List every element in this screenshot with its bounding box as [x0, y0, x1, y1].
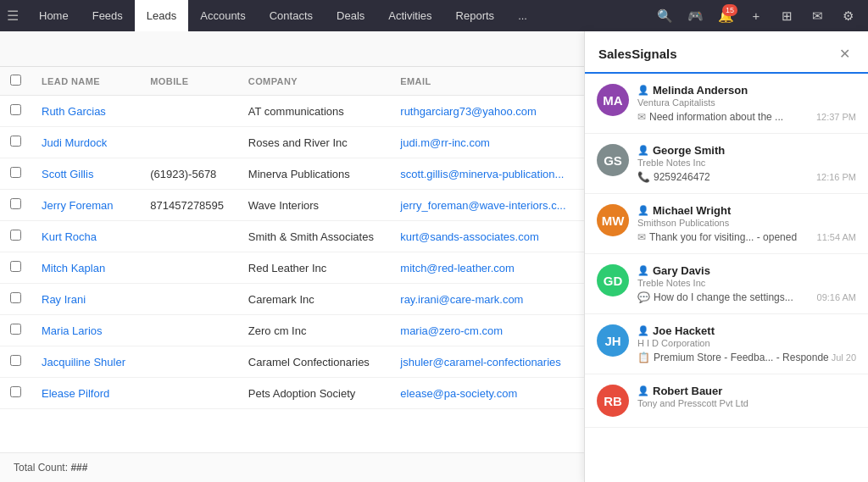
- mail-icon[interactable]: ✉: [804, 3, 831, 30]
- signal-message-icon: ✉: [637, 111, 646, 123]
- lead-mobile-cell: [140, 378, 238, 409]
- row-checkbox-1[interactable]: [10, 136, 21, 147]
- signal-avatar: GS: [597, 144, 629, 176]
- signal-name-row: 👤George Smith: [637, 144, 856, 157]
- signal-message-row: 📋 Premium Store - Feedba... - RespondedJ…: [637, 352, 856, 363]
- signal-time: 09:16 AM: [817, 292, 856, 302]
- signal-item-jh[interactable]: JH👤Joe HackettH I D Corporation📋 Premium…: [585, 314, 868, 374]
- table-row: Jerry Foreman871457278595Wave Interiorsj…: [0, 190, 584, 221]
- nav-item-accounts[interactable]: Accounts: [188, 0, 257, 31]
- lead-email-link[interactable]: kurt@sands-associates.com: [400, 230, 538, 243]
- signal-message-icon: 💬: [637, 291, 650, 303]
- lead-mobile-cell: [140, 127, 238, 158]
- nav-items: HomeFeedsLeadsAccountsContactsDealsActiv…: [27, 0, 539, 31]
- signal-message-text: 9259246472: [654, 171, 710, 183]
- signal-person-icon: 👤: [637, 265, 649, 276]
- signal-message-text: Need information about the ...: [649, 111, 783, 123]
- table-row: Scott Gillis(61923)-5678Minerva Publicat…: [0, 158, 584, 190]
- nav-item-reports[interactable]: Reports: [444, 0, 507, 31]
- select-all-checkbox[interactable]: [10, 75, 21, 86]
- row-checkbox-8[interactable]: [10, 355, 21, 366]
- plus-icon[interactable]: +: [743, 3, 770, 30]
- signal-item-gs[interactable]: GS👤George SmithTreble Notes Inc📞 9259246…: [585, 134, 868, 194]
- search-icon[interactable]: 🔍: [651, 3, 678, 30]
- row-checkbox-cell: [0, 284, 31, 315]
- lead-email-link[interactable]: ray.irani@care-mark.com: [400, 293, 523, 306]
- lead-email-cell: judi.m@rr-inc.com: [390, 127, 584, 158]
- lead-name-link[interactable]: Mitch Kaplan: [42, 262, 105, 274]
- table-toolbar: [0, 31, 584, 67]
- row-checkbox-7[interactable]: [10, 324, 21, 335]
- lead-name-link[interactable]: Ruth Garcias: [42, 105, 106, 118]
- lead-email-link[interactable]: judi.m@rr-inc.com: [400, 136, 490, 149]
- signal-item-mw[interactable]: MW👤Michael WrightSmithson Publications✉ …: [585, 194, 868, 254]
- lead-email-cell: ray.irani@care-mark.com: [390, 284, 584, 315]
- nav-right-icons: 🔍 🎮 🔔 15 + ⊞ ✉ ⚙: [651, 3, 861, 30]
- settings-icon[interactable]: ⚙: [834, 3, 861, 30]
- signal-message-row: ✉ Need information about the ...12:37 PM: [637, 111, 856, 123]
- signals-close-button[interactable]: ✕: [834, 43, 854, 64]
- header-email: EMAIL: [390, 67, 584, 96]
- lead-email-link[interactable]: jshuler@caramel-confectionaries: [400, 356, 561, 368]
- signal-company: Tony and Presscott Pvt Ltd: [637, 398, 856, 408]
- lead-email-link[interactable]: maria@zero-cm.com: [400, 324, 503, 337]
- grid-icon[interactable]: ⊞: [773, 3, 800, 30]
- signal-item-ma[interactable]: MA👤Melinda AndersonVentura Capitalists✉ …: [585, 74, 868, 134]
- row-checkbox-3[interactable]: [10, 198, 21, 209]
- row-checkbox-cell: [0, 378, 31, 409]
- bell-icon[interactable]: 🔔 15: [712, 3, 739, 30]
- nav-item-home[interactable]: Home: [27, 0, 81, 31]
- menu-icon[interactable]: ☰: [7, 8, 19, 24]
- lead-name-cell: Elease Pilford: [31, 378, 140, 409]
- lead-name-cell: Judi Murdock: [31, 127, 140, 158]
- lead-name-link[interactable]: Jerry Foreman: [42, 199, 114, 212]
- signal-time: 12:16 PM: [816, 172, 856, 182]
- nav-item-more[interactable]: ...: [506, 0, 539, 31]
- row-checkbox-6[interactable]: [10, 292, 21, 303]
- main-container: LEAD NAME MOBILE COMPANY EMAIL Ruth Garc…: [0, 31, 868, 482]
- lead-email-link[interactable]: jerry_foreman@wave-interiors.c...: [400, 199, 565, 212]
- signal-name: Joe Hackett: [653, 324, 715, 337]
- signal-company: Treble Notes Inc: [637, 158, 856, 168]
- row-checkbox-9[interactable]: [10, 386, 21, 397]
- lead-name-link[interactable]: Scott Gillis: [42, 168, 93, 180]
- leads-table-area: LEAD NAME MOBILE COMPANY EMAIL Ruth Garc…: [0, 31, 584, 482]
- lead-name-link[interactable]: Jacquiline Shuler: [42, 356, 125, 368]
- signal-company: Treble Notes Inc: [637, 278, 856, 288]
- lead-name-link[interactable]: Ray Irani: [42, 293, 86, 306]
- lead-name-link[interactable]: Elease Pilford: [42, 387, 109, 400]
- lead-email-cell: maria@zero-cm.com: [390, 315, 584, 346]
- leads-tbody: Ruth GarciasAT communicationsruthgarciar…: [0, 96, 584, 409]
- nav-item-feeds[interactable]: Feeds: [81, 0, 135, 31]
- signal-item-gd[interactable]: GD👤Gary DavisTreble Notes Inc💬 How do I …: [585, 254, 868, 314]
- lead-name-link[interactable]: Maria Larios: [42, 324, 103, 337]
- gamepad-icon[interactable]: 🎮: [682, 3, 709, 30]
- signal-item-rb[interactable]: RB👤Robert BauerTony and Presscott Pvt Lt…: [585, 374, 868, 428]
- signal-name: Gary Davis: [653, 264, 710, 277]
- lead-email-link[interactable]: scott.gillis@minerva-publication...: [400, 168, 564, 180]
- signal-company: H I D Corporation: [637, 338, 856, 348]
- lead-email-link[interactable]: mitch@red-leather.com: [400, 262, 515, 274]
- nav-item-activities[interactable]: Activities: [376, 0, 443, 31]
- lead-email-cell: mitch@red-leather.com: [390, 252, 584, 284]
- table-footer: Total Count: ###: [0, 452, 584, 482]
- row-checkbox-cell: [0, 252, 31, 284]
- lead-company-cell: Pets Adoption Society: [238, 378, 391, 409]
- nav-item-deals[interactable]: Deals: [325, 0, 376, 31]
- row-checkbox-5[interactable]: [10, 261, 21, 272]
- row-checkbox-0[interactable]: [10, 104, 21, 115]
- lead-email-link[interactable]: elease@pa-society.com: [400, 387, 517, 400]
- lead-company-cell: Caremark Inc: [238, 284, 391, 315]
- lead-email-link[interactable]: ruthgarciarg73@yahoo.com: [400, 105, 537, 118]
- signal-name: Robert Bauer: [653, 385, 722, 397]
- lead-name-link[interactable]: Judi Murdock: [42, 136, 107, 149]
- row-checkbox-cell: [0, 96, 31, 127]
- nav-item-contacts[interactable]: Contacts: [258, 0, 325, 31]
- signal-message-text: Premium Store - Feedba... - Responded: [654, 352, 828, 363]
- nav-item-leads[interactable]: Leads: [135, 0, 188, 31]
- header-checkbox-cell: [0, 67, 31, 96]
- row-checkbox-4[interactable]: [10, 230, 21, 241]
- signal-content: 👤Melinda AndersonVentura Capitalists✉ Ne…: [637, 84, 856, 123]
- lead-name-link[interactable]: Kurt Rocha: [42, 230, 97, 243]
- row-checkbox-2[interactable]: [10, 167, 21, 178]
